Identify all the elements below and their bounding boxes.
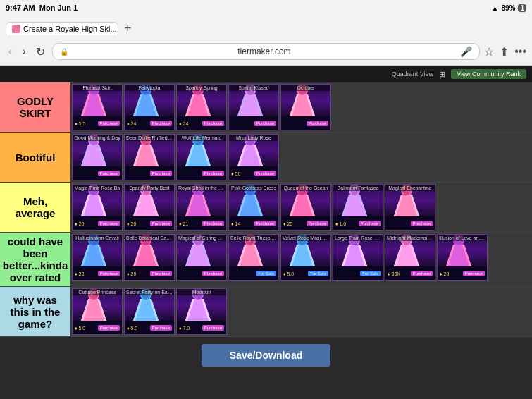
share-btn[interactable]: ⬆ [500,45,509,59]
card-action-btn[interactable]: Purchase [202,325,224,331]
active-tab[interactable]: Create a Royale High Ski... ✕ [6,22,118,35]
tier-row-why: why was this in the game? Cottage Prince… [0,287,532,337]
quadrant-view-label: Quadrant View [392,70,433,78]
card-action-btn[interactable]: Purchase [150,171,172,176]
grid-icon: ⊞ [439,70,445,79]
nav-actions: ☆ ⬆ ••• [484,45,526,59]
card-action-btn[interactable]: Purchase [150,325,172,331]
tier-item[interactable]: Velvet Rose Maxi Skirt♦ 5.0For Sale [280,234,331,281]
tier-item[interactable]: Magical EnchantmePurchase [385,184,435,231]
card-action-btn[interactable]: Purchase [98,271,120,276]
tab-count: 1 [518,4,526,12]
tier-item[interactable]: Florasol Skirt♦ 5.5Purchase [72,84,123,130]
tier-item[interactable]: OctoberPurchase [280,84,331,130]
reload-btn[interactable]: ↻ [33,44,48,60]
card-action-btn[interactable]: Purchase [202,171,224,176]
card-price: ♦ 24 [179,121,188,126]
card-title: Large Train Rose Maje [333,235,383,241]
card-action-btn[interactable]: For Sale [256,271,276,276]
card-title: October [281,85,330,91]
card-action-btn[interactable]: Purchase [150,221,172,226]
tier-item[interactable]: Hallucination Cavali♦ 23Purchase [72,234,123,281]
card-action-btn[interactable]: Purchase [98,171,120,176]
card-action-btn[interactable]: Purchase [202,121,224,126]
card-action-btn[interactable]: Purchase [307,221,328,226]
tier-item[interactable]: Cottage Princess♦ 5.0Purchase [72,288,123,335]
tier-item[interactable]: Magical of Spring CottPurchase [176,234,227,281]
tier-items-couldhave: Hallucination Cavali♦ 23Purchase Belle B… [70,233,532,286]
card-title: Good Morning & Day [73,135,122,141]
tier-item[interactable]: Wolf Life MermaidPurchase [176,134,227,180]
card-action-btn[interactable]: Purchase [411,221,433,226]
card-price: ♦ 14 [231,221,240,226]
tier-item[interactable]: Pink Goddess Dress♦ 14Purchase [228,184,279,231]
tier-item[interactable]: Royal Stroll in the Ga♦ 21Purchase [176,184,227,231]
card-title: Magical of Spring Cott [177,235,226,241]
tier-items-godly: Florasol Skirt♦ 5.5Purchase Fairytopia♦ … [70,82,532,132]
bookmark-btn[interactable]: ☆ [484,45,494,59]
card-action-btn[interactable]: Purchase [202,221,224,226]
card-title: Belle Royal Thespian [229,235,278,241]
tier-item[interactable]: Ballroom Fantasea♦ 1.0Purchase [333,184,383,231]
tier-item[interactable]: Belle Royal ThespianFor Sale [228,234,279,281]
card-title: Sparkly Spring [177,85,226,91]
new-tab-btn[interactable]: + [121,21,135,36]
tier-item[interactable]: Large Train Rose MajeFor Sale [333,234,383,281]
card-title: Velvet Rose Maxi Skirt [281,235,330,241]
card-title: Illusion of Love and ... [438,235,487,241]
card-action-btn[interactable]: Purchase [98,325,120,331]
card-action-btn[interactable]: Purchase [411,271,433,276]
back-btn[interactable]: ‹ [6,44,15,59]
forward-btn[interactable]: › [19,44,28,59]
card-action-btn[interactable]: Purchase [463,271,485,276]
wifi-icon: ▲ [492,4,499,12]
battery: 89% [501,4,515,12]
tier-item[interactable]: Queen of the Ocean♦ 25Purchase [280,184,331,231]
main-content: Quadrant View ⊞ View Community Rank GODL… [0,66,532,399]
tier-item[interactable]: Fairytopia♦ 24Purchase [124,84,175,130]
tier-item[interactable]: Illusion of Love and ...♦ 28Purchase [437,234,488,281]
browser-chrome: Create a Royale High Ski... ✕ + ‹ › ↻ 🔒 … [0,16,532,66]
tier-item[interactable]: Spring KissedPurchase [228,84,279,130]
tier-item[interactable]: Dear Dollie Ruffled SkPurchase [124,134,175,180]
card-title: Pink Goddess Dress [229,185,278,191]
tier-items-why: Cottage Princess♦ 5.0Purchase Secret Par… [70,287,532,336]
url-text: tiermaker.com [71,47,458,56]
card-action-btn[interactable]: Purchase [254,121,276,126]
tier-item[interactable]: Good Morning & DayPurchase [72,134,123,180]
content-scroll[interactable]: GODLY SKIRT Florasol Skirt♦ 5.5Purchase … [0,82,532,399]
tier-item[interactable]: Sparkly Spring♦ 24Purchase [176,84,227,130]
tier-item[interactable]: Moonkiri♦ 7.0Purchase [176,288,227,335]
card-action-btn[interactable]: Purchase [254,221,276,226]
card-title: Sparkly Party Best [125,185,174,191]
card-action-btn[interactable]: Purchase [150,121,172,126]
card-price: ♦ 7.0 [179,326,190,331]
card-action-btn[interactable]: Purchase [202,271,224,276]
card-action-btn[interactable]: Purchase [307,121,328,126]
tier-item[interactable]: Midnight Mademoisell♦ 33KPurchase [385,234,435,281]
card-action-btn[interactable]: For Sale [308,271,328,276]
community-rank-btn[interactable]: View Community Rank [451,69,526,79]
tier-item[interactable]: Belle Botanical Cascad♦ 20Purchase [124,234,175,281]
card-price: ♦ 23 [75,271,84,276]
card-action-btn[interactable]: Purchase [254,171,276,176]
card-title: Midnight Mademoisell [385,235,435,241]
tier-item[interactable]: Magic Time Rose Da♦ 20Purchase [72,184,123,231]
card-action-btn[interactable]: Purchase [98,121,120,126]
card-action-btn[interactable]: Purchase [150,271,172,276]
card-action-btn[interactable]: Purchase [359,221,381,226]
save-download-btn[interactable]: Save/Download [202,344,330,367]
nav-bar: ‹ › ↻ 🔒 tiermaker.com 🎤 ☆ ⬆ ••• [0,38,532,65]
tier-item[interactable]: Miss Lady Rose♦ 50Purchase [228,134,279,180]
card-action-btn[interactable]: For Sale [360,271,381,276]
card-action-btn[interactable]: Purchase [98,221,120,226]
tier-item[interactable]: Sparkly Party Best♦ 20Purchase [124,184,175,231]
address-bar[interactable]: 🔒 tiermaker.com 🎤 [52,43,481,60]
more-btn[interactable]: ••• [514,45,526,58]
tier-item[interactable]: Secret Party on Earth♦ 5.0Purchase [124,288,175,335]
time: 9:47 AM [6,4,35,12]
card-price: ♦ 33K [388,271,400,276]
tier-row-couldhave: could have been better...kinda over rate… [0,233,532,287]
card-title: Cottage Princess [73,289,122,295]
card-price: ♦ 21 [179,221,188,226]
